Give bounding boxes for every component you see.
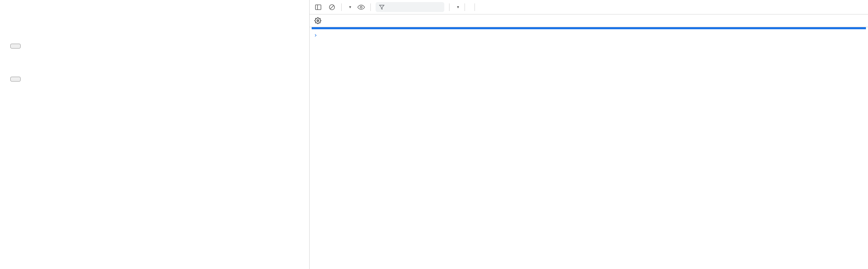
settings-gear-icon[interactable] [314, 17, 863, 24]
context-selector[interactable]: ▼ [346, 5, 352, 9]
console-toolbar: ▼ ▼ [310, 0, 868, 14]
svg-rect-0 [315, 5, 321, 10]
console-toolbar-row2 [310, 14, 868, 27]
chevron-down-icon: ▼ [348, 5, 352, 9]
separator [370, 3, 371, 11]
app-page [0, 0, 309, 269]
filter-box[interactable] [376, 2, 444, 12]
separator [475, 3, 475, 11]
toggle-sidebar-icon[interactable] [314, 3, 323, 12]
svg-marker-5 [379, 5, 384, 9]
clear-console-icon[interactable] [327, 3, 336, 12]
live-expression-icon[interactable] [357, 3, 366, 12]
separator [449, 3, 449, 11]
svg-line-3 [330, 5, 334, 9]
add-user-button-2[interactable] [10, 77, 21, 82]
annotation-text [310, 41, 868, 50]
devtools-console: ▼ ▼ › [309, 0, 868, 269]
log-levels-selector[interactable]: ▼ [454, 5, 460, 9]
filter-icon [379, 4, 385, 10]
separator [341, 3, 342, 11]
console-log-area[interactable]: › [310, 27, 868, 269]
separator [465, 3, 465, 11]
filter-input[interactable] [387, 3, 429, 11]
add-user-button-1[interactable] [10, 44, 21, 49]
chevron-down-icon: ▼ [456, 5, 460, 9]
svg-point-4 [360, 6, 362, 8]
svg-point-6 [317, 20, 319, 22]
console-prompt-caret[interactable]: › [310, 29, 868, 41]
